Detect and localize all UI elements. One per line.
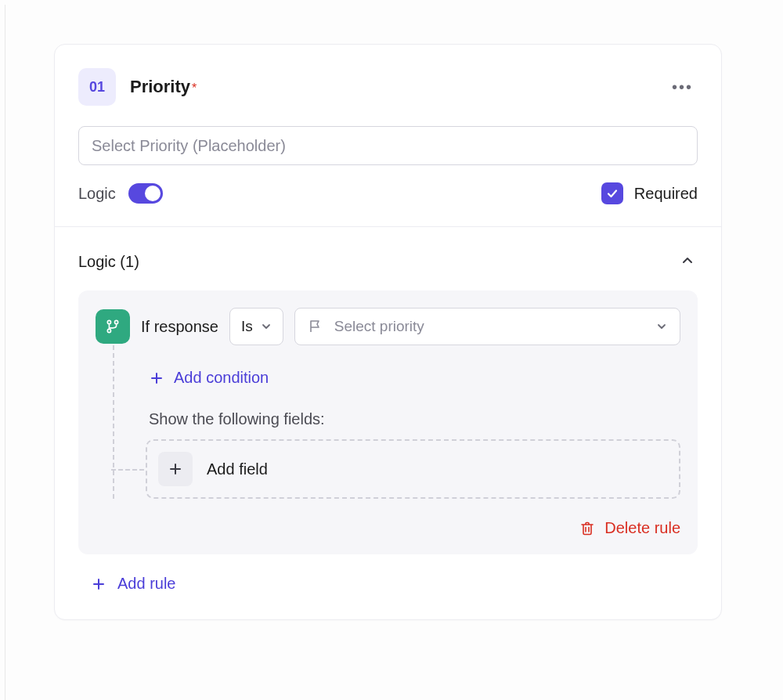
logic-toggle-label: Logic (78, 185, 116, 203)
value-placeholder: Select priority (334, 318, 645, 335)
chevron-down-icon (261, 321, 272, 332)
rule-condition-row: If response Is Select priority (96, 308, 680, 345)
toggle-knob (145, 186, 161, 201)
svg-point-1 (114, 320, 117, 323)
svg-point-0 (107, 320, 110, 323)
required-group: Required (601, 182, 698, 204)
branch-icon (104, 318, 121, 335)
field-title: Priority (130, 77, 190, 96)
delete-rule-button[interactable]: Delete rule (579, 519, 680, 537)
add-rule-button[interactable]: Add rule (78, 575, 698, 593)
add-field-plus-box (158, 452, 193, 486)
field-number-badge: 01 (78, 68, 116, 106)
plus-icon (149, 370, 164, 386)
priority-select-input[interactable] (78, 126, 698, 165)
field-title-wrap: Priority* (130, 77, 197, 97)
delete-row: Delete rule (96, 519, 680, 537)
field-card: 01 Priority* ••• Logic (54, 44, 722, 620)
operator-select[interactable]: Is (229, 308, 283, 345)
delete-rule-label: Delete rule (604, 519, 680, 537)
plus-icon (168, 461, 183, 477)
collapse-button[interactable] (677, 251, 698, 273)
add-rule-label: Add rule (117, 575, 176, 593)
operator-value: Is (241, 318, 253, 335)
flag-icon (308, 319, 323, 334)
add-condition-label: Add condition (174, 369, 269, 387)
if-response-label: If response (141, 318, 218, 336)
logic-toggle[interactable] (128, 183, 163, 204)
add-field-button[interactable]: Add field (146, 439, 680, 499)
rule-icon-badge (96, 309, 130, 344)
svg-point-2 (107, 329, 110, 332)
rule-card: If response Is Select priority (78, 290, 698, 554)
value-select[interactable]: Select priority (294, 308, 680, 345)
required-label: Required (634, 185, 698, 203)
controls-row: Logic Required (78, 182, 698, 204)
more-options-button[interactable]: ••• (667, 74, 698, 99)
required-star: * (192, 81, 197, 95)
rule-body: Add condition Show the following fields:… (113, 345, 680, 499)
chevron-up-icon (680, 254, 695, 268)
add-condition-button[interactable]: Add condition (149, 369, 680, 387)
plus-icon (91, 576, 106, 592)
card-top-section: 01 Priority* ••• Logic (55, 45, 721, 226)
card-bottom-section: Logic (1) (55, 227, 721, 619)
logic-section-header[interactable]: Logic (1) (78, 251, 698, 273)
page-container: 01 Priority* ••• Logic (5, 5, 783, 700)
more-icon: ••• (672, 78, 693, 96)
required-checkbox[interactable] (601, 182, 623, 204)
trash-icon (579, 521, 595, 536)
chevron-down-icon (656, 321, 667, 332)
logic-section-title: Logic (1) (78, 253, 139, 271)
card-header: 01 Priority* ••• (78, 68, 698, 106)
check-icon (606, 187, 619, 200)
show-fields-label: Show the following fields: (149, 410, 680, 428)
add-field-label: Add field (207, 460, 268, 478)
